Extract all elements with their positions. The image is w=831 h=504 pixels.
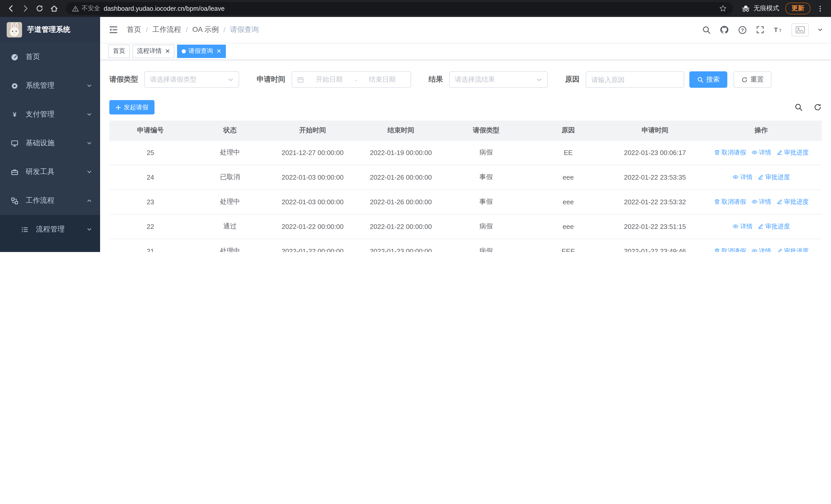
address-bar[interactable]: 不安全 dashboard.yudao.iocoder.cn/bpm/oa/le… <box>66 2 733 15</box>
detail-action-link[interactable]: 详情 <box>751 247 771 252</box>
cell-id: 24 <box>109 165 192 189</box>
cancel-action-link[interactable]: 取消请假 <box>714 247 746 252</box>
gear-icon <box>10 82 19 90</box>
caret-down-icon[interactable] <box>818 27 823 32</box>
detail-action-link[interactable]: 详情 <box>751 148 771 157</box>
cell-applied: 2022-01-22 23:53:35 <box>609 165 700 189</box>
tab-process-detail[interactable]: 流程详情 <box>133 45 174 58</box>
breadcrumb-item[interactable]: 工作流程 <box>152 25 181 34</box>
incognito-icon <box>741 4 750 13</box>
cell-end: 2022-01-26 00:00:00 <box>357 189 445 214</box>
cell-id: 23 <box>109 189 192 214</box>
security-warning[interactable]: 不安全 <box>72 4 100 13</box>
question-circle-icon: ? <box>738 25 747 34</box>
font-size-icon: TT <box>774 26 783 34</box>
edit-icon <box>757 174 764 180</box>
reset-button[interactable]: 重置 <box>734 71 771 88</box>
close-icon[interactable] <box>217 49 221 53</box>
filter-form: 请假类型 请选择请假类型 申请时间 开始日期 - 结束日期 结果 请选择流结果 <box>109 71 822 88</box>
refresh-table-button[interactable] <box>813 103 822 112</box>
apply-time-range-picker[interactable]: 开始日期 - 结束日期 <box>291 71 411 88</box>
sidebar-item-home[interactable]: 首页 <box>0 42 100 71</box>
reload-icon <box>35 4 44 12</box>
github-button[interactable] <box>720 25 729 34</box>
fullscreen-button[interactable] <box>755 25 765 34</box>
cell-end: 2022-01-19 00:00:00 <box>357 140 445 165</box>
create-leave-button[interactable]: 发起请假 <box>109 100 154 114</box>
navbar-actions: ? TT <box>701 23 823 36</box>
browser-menu-button[interactable] <box>813 2 827 15</box>
progress-action-link[interactable]: 审批进度 <box>776 247 809 252</box>
column-header: 操作 <box>700 121 822 140</box>
search-submit-button[interactable]: 搜索 <box>689 71 727 88</box>
breadcrumb-item-current: 请假查询 <box>230 25 259 34</box>
cell-end: 2022-01-22 00:00:00 <box>357 214 445 239</box>
reload-button[interactable] <box>33 2 46 15</box>
eye-icon <box>751 248 757 252</box>
search-toggle-button[interactable] <box>794 103 803 112</box>
column-header: 开始时间 <box>268 121 357 140</box>
bookmark-star-icon[interactable] <box>719 5 727 12</box>
cancel-action-link[interactable]: 取消请假 <box>714 197 746 206</box>
chevron-down-icon <box>87 169 92 175</box>
cell-status: 已取消 <box>192 165 268 189</box>
cell-status: 处理中 <box>192 140 268 165</box>
progress-action-link[interactable]: 审批进度 <box>757 222 790 231</box>
detail-action-link[interactable]: 详情 <box>733 173 752 181</box>
sidebar-item-task-management[interactable]: 任务管理 <box>0 244 100 252</box>
breadcrumb-item[interactable]: OA 示例 <box>193 25 219 34</box>
tab-leave-query[interactable]: 请假查询 <box>177 45 226 58</box>
app-title: 芋道管理系统 <box>27 25 70 34</box>
cell-end: 2022-01-26 00:00:00 <box>357 165 445 189</box>
user-avatar[interactable] <box>792 23 809 36</box>
back-button[interactable] <box>4 2 18 15</box>
home-button[interactable] <box>47 2 61 15</box>
search-button[interactable] <box>701 25 711 34</box>
forward-button[interactable] <box>19 2 32 15</box>
detail-action-link[interactable]: 详情 <box>733 222 752 231</box>
table-row: 23处理中2022-01-03 00:00:002022-01-26 00:00… <box>109 189 822 214</box>
plus-icon <box>115 105 121 110</box>
progress-action-link[interactable]: 审批进度 <box>776 148 809 157</box>
cell-id: 21 <box>109 239 192 252</box>
reason-input[interactable] <box>586 71 684 88</box>
fullscreen-icon <box>756 26 764 34</box>
breadcrumb-separator: / <box>223 26 225 34</box>
sidebar-item-devtools[interactable]: 研发工具 <box>0 157 100 186</box>
cell-applied: 2022-01-22 23:51:15 <box>609 214 700 239</box>
help-button[interactable]: ? <box>738 25 747 34</box>
app-logo[interactable]: 芋道管理系统 <box>0 17 100 42</box>
eye-icon <box>733 223 739 230</box>
chevron-up-icon <box>87 198 92 203</box>
sidebar-item-system[interactable]: 系统管理 <box>0 71 100 100</box>
progress-action-link[interactable]: 审批进度 <box>776 197 809 206</box>
table-header-row: 申请编号 状态 开始时间 结束时间 请假类型 原因 申请时间 操作 <box>109 121 822 140</box>
breadcrumb-item[interactable]: 首页 <box>127 25 141 34</box>
monitor-icon <box>10 139 19 147</box>
sidebar-item-process-management[interactable]: 流程管理 <box>0 215 100 244</box>
close-icon[interactable] <box>165 49 170 53</box>
cell-applied: 2022-01-23 00:06:17 <box>609 140 700 165</box>
sidebar-item-infrastructure[interactable]: 基础设施 <box>0 129 100 157</box>
update-button[interactable]: 更新 <box>785 3 810 14</box>
edit-icon <box>757 223 764 230</box>
sidebar-item-workflow[interactable]: 工作流程 <box>0 186 100 215</box>
trash-icon <box>714 248 720 252</box>
font-size-button[interactable]: TT <box>774 25 783 34</box>
edit-icon <box>776 149 782 155</box>
table-row: 21处理中2022-01-22 00:00:002022-01-23 00:00… <box>109 239 822 252</box>
sidebar-item-payment[interactable]: ¥ 支付管理 <box>0 100 100 129</box>
leave-table: 申请编号 状态 开始时间 结束时间 请假类型 原因 申请时间 操作 25处理中2… <box>109 121 822 252</box>
edit-icon <box>776 248 782 252</box>
sidebar-toggle-button[interactable] <box>108 25 119 35</box>
progress-action-link[interactable]: 审批进度 <box>757 173 790 181</box>
leave-type-select[interactable]: 请选择请假类型 <box>144 71 239 88</box>
cell-reason: eee <box>527 165 609 189</box>
cell-type: 病假 <box>445 214 527 239</box>
cancel-action-link[interactable]: 取消请假 <box>714 148 746 157</box>
detail-action-link[interactable]: 详情 <box>751 197 771 206</box>
result-select[interactable]: 请选择流结果 <box>449 71 548 88</box>
refresh-icon <box>741 76 748 83</box>
tab-home[interactable]: 首页 <box>108 45 130 58</box>
cell-type: 病假 <box>445 140 527 165</box>
